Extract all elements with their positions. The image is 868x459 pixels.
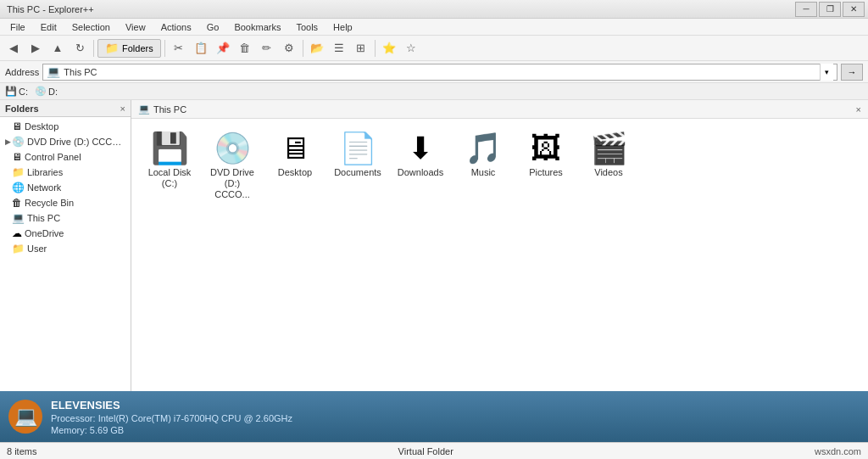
quick-access-d[interactable]: 💿 D: (35, 86, 58, 97)
menu-item-go[interactable]: Go (200, 20, 226, 34)
folder-item[interactable]: 📁Libraries (0, 165, 131, 180)
bottom-bar: 8 items Virtual Folder wsxdn.com (0, 442, 868, 459)
folder-icon: ☁ (12, 227, 22, 239)
status-info: ELEVENSIES Processor: Intel(R) Core(TM) … (51, 399, 292, 435)
folder-item[interactable]: ☁OneDrive (0, 226, 131, 241)
file-grid: 💾Local Disk (C:)💿DVD Drive (D:) CCCO...🖥… (131, 119, 868, 391)
main-content: Folders × 🖥Desktop▶💿DVD Drive (D:) CCCOM… (0, 100, 868, 391)
folder-label: User (27, 243, 47, 254)
minimize-button[interactable]: ─ (795, 2, 817, 17)
address-go-button[interactable]: → (841, 64, 863, 81)
panel-header: 💻 This PC × (131, 100, 868, 119)
back-button[interactable]: ◀ (3, 38, 24, 59)
folder-icon: 📁 (105, 42, 119, 54)
properties-button[interactable]: ⚙ (279, 38, 299, 59)
quick-access-c[interactable]: 💾 C: (5, 86, 28, 97)
address-dropdown-button[interactable]: ▾ (820, 64, 833, 81)
file-icon: 🖼 (531, 133, 561, 164)
file-icon: 📄 (339, 133, 377, 164)
new-folder-button[interactable]: 📂 (307, 38, 327, 59)
folders-button[interactable]: 📁 Folders (97, 39, 161, 58)
file-icon: 🎬 (590, 133, 628, 164)
menu-item-view[interactable]: View (119, 20, 153, 34)
address-value: This PC (64, 67, 97, 77)
folder-item[interactable]: 🗑Recycle Bin (0, 195, 131, 210)
folder-label: OneDrive (25, 228, 64, 238)
star-button[interactable]: ☆ (401, 38, 421, 59)
folder-label: Network (27, 182, 61, 193)
folder-icon: 📁 (12, 166, 25, 178)
file-item[interactable]: 🎬Videos (579, 127, 638, 207)
paste-button[interactable]: 📌 (213, 38, 233, 59)
file-icon: 🎵 (465, 133, 503, 164)
right-panel: 💻 This PC × 💾Local Disk (C:)💿DVD Drive (… (131, 100, 868, 391)
separator-1 (93, 40, 94, 57)
menu-item-help[interactable]: Help (326, 20, 359, 34)
folder-label: DVD Drive (D:) CCCOMA_X64F (27, 137, 127, 147)
file-item[interactable]: 🖼Pictures (516, 127, 576, 207)
folder-item[interactable]: 🖥Desktop (0, 119, 131, 134)
refresh-button[interactable]: ↻ (70, 38, 90, 59)
file-item[interactable]: 🖥Desktop (265, 127, 325, 207)
file-item[interactable]: 💿DVD Drive (D:) CCCO... (203, 127, 262, 207)
menu-item-edit[interactable]: Edit (34, 20, 64, 34)
folder-label: This PC (27, 213, 60, 223)
file-label: Desktop (278, 167, 312, 178)
delete-button[interactable]: 🗑 (235, 38, 255, 59)
file-item[interactable]: 🎵Music (453, 127, 513, 207)
folder-label: Control Panel (25, 152, 81, 162)
menu-item-file[interactable]: File (3, 20, 32, 34)
view-button[interactable]: ☰ (329, 38, 349, 59)
up-button[interactable]: ▲ (47, 38, 68, 59)
menu-item-tools[interactable]: Tools (289, 20, 325, 34)
bookmark-button[interactable]: ⭐ (379, 38, 399, 59)
expand-arrow: ▶ (3, 137, 12, 146)
file-item[interactable]: ⬇Downloads (391, 127, 450, 207)
folder-item[interactable]: 🖥Control Panel (0, 149, 131, 165)
folders-panel-title: Folders (5, 104, 39, 114)
close-button[interactable]: ✕ (843, 2, 865, 17)
copy-button[interactable]: 📋 (191, 38, 211, 59)
folder-item[interactable]: 💻This PC (0, 210, 131, 226)
forward-button[interactable]: ▶ (25, 38, 46, 59)
folder-icon: 🖥 (12, 151, 22, 163)
rename-button[interactable]: ✏ (257, 38, 277, 59)
address-input[interactable]: 💻 This PC ▾ (42, 64, 837, 81)
drive-c-icon: 💾 (5, 86, 17, 97)
file-icon: 💿 (214, 133, 252, 164)
panel-title: 💻 This PC (138, 104, 186, 115)
folders-panel: Folders × 🖥Desktop▶💿DVD Drive (D:) CCCOM… (0, 100, 131, 391)
brand-text: wsxdn.com (815, 446, 861, 456)
address-pc-icon: 💻 (47, 65, 60, 78)
folder-item[interactable]: ▶💿DVD Drive (D:) CCCOMA_X64F (0, 134, 131, 149)
folders-panel-close[interactable]: × (120, 104, 125, 114)
panel-close-button[interactable]: × (856, 104, 861, 115)
sort-button[interactable]: ⊞ (351, 38, 371, 59)
separator-4 (375, 40, 376, 57)
folder-item[interactable]: 📁User (0, 241, 131, 256)
file-label: Documents (334, 167, 381, 178)
menu-item-bookmarks[interactable]: Bookmarks (227, 20, 287, 34)
menu-item-selection[interactable]: Selection (65, 20, 117, 34)
folder-icon: 💻 (12, 212, 25, 224)
folder-icon: 📁 (12, 243, 25, 255)
file-icon: ⬇ (408, 133, 433, 164)
folders-list: 🖥Desktop▶💿DVD Drive (D:) CCCOMA_X64F 🖥Co… (0, 117, 131, 391)
folder-item[interactable]: 🌐Network (0, 180, 131, 195)
folder-icon: 🗑 (12, 197, 22, 209)
restore-button[interactable]: ❐ (819, 2, 841, 17)
file-label: DVD Drive (D:) CCCO... (207, 167, 258, 201)
window-title: This PC - Explorer++ (3, 4, 94, 14)
cut-button[interactable]: ✂ (169, 38, 189, 59)
file-item[interactable]: 💾Local Disk (C:) (140, 127, 199, 207)
folder-label: Libraries (27, 167, 63, 177)
separator-2 (164, 40, 165, 57)
file-icon: 🖥 (280, 133, 310, 164)
status-computer-icon: 💻 (8, 400, 42, 434)
status-bar: 💻 ELEVENSIES Processor: Intel(R) Core(TM… (0, 391, 868, 442)
folder-label: Recycle Bin (25, 198, 74, 208)
address-label: Address (5, 67, 39, 77)
folder-icon: 💿 (12, 136, 25, 148)
file-item[interactable]: 📄Documents (328, 127, 387, 207)
menu-item-actions[interactable]: Actions (154, 20, 198, 34)
